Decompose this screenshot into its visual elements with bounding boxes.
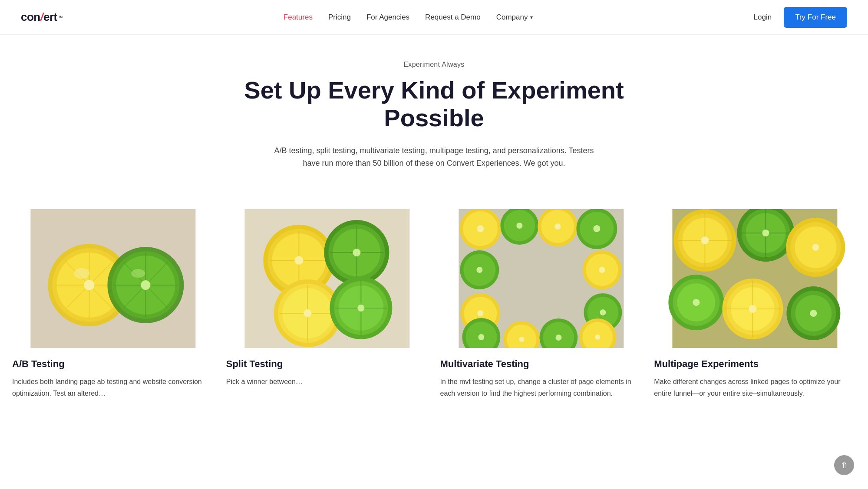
logo-text: con bbox=[21, 10, 40, 24]
svg-point-63 bbox=[599, 267, 605, 273]
hero-section: Experiment Always Set Up Every Kind of E… bbox=[0, 35, 868, 209]
hero-eyebrow: Experiment Always bbox=[21, 61, 847, 69]
login-link[interactable]: Login bbox=[754, 13, 772, 22]
svg-point-60 bbox=[476, 267, 482, 273]
svg-point-44 bbox=[357, 305, 364, 312]
nav-agencies[interactable]: For Agencies bbox=[366, 13, 409, 22]
svg-point-98 bbox=[812, 244, 819, 251]
card-title-multipage: Multipage Experiments bbox=[654, 358, 856, 370]
try-free-button[interactable]: Try For Free bbox=[784, 7, 847, 28]
svg-point-10 bbox=[74, 268, 89, 279]
card-ab-testing[interactable]: A/B Testing Includes both landing page a… bbox=[12, 209, 214, 399]
svg-point-94 bbox=[762, 230, 769, 236]
logo-tm: ™ bbox=[58, 15, 63, 20]
nav-company[interactable]: Company ▾ bbox=[496, 13, 533, 22]
svg-point-19 bbox=[131, 269, 145, 278]
svg-point-32 bbox=[353, 249, 360, 256]
svg-point-54 bbox=[554, 223, 561, 230]
card-split-testing[interactable]: Split Testing Pick a winner between… bbox=[226, 209, 428, 399]
nav-features[interactable]: Features bbox=[284, 13, 313, 22]
svg-point-66 bbox=[477, 310, 483, 316]
hero-title: Set Up Every Kind of Experiment Possible bbox=[239, 76, 630, 132]
card-image-mvt bbox=[440, 209, 642, 348]
card-image-multipage bbox=[654, 209, 856, 348]
nav-demo[interactable]: Request a Demo bbox=[425, 13, 481, 22]
svg-point-38 bbox=[304, 309, 311, 317]
card-image-split bbox=[226, 209, 428, 348]
svg-point-57 bbox=[593, 225, 600, 232]
svg-point-9 bbox=[84, 280, 94, 290]
svg-point-78 bbox=[555, 335, 561, 341]
card-desc-multipage: Make different changes across linked pag… bbox=[654, 376, 856, 399]
site-header: con / ert ™ Features Pricing For Agencie… bbox=[0, 0, 868, 35]
svg-point-72 bbox=[478, 334, 484, 340]
svg-point-18 bbox=[141, 280, 150, 290]
card-desc-ab: Includes both landing page ab testing an… bbox=[12, 376, 214, 399]
main-nav: Features Pricing For Agencies Request a … bbox=[284, 13, 533, 22]
card-desc-split: Pick a winner between… bbox=[226, 376, 428, 387]
svg-point-69 bbox=[600, 309, 606, 315]
card-multipage[interactable]: Multipage Experiments Make different cha… bbox=[654, 209, 856, 399]
chevron-down-icon: ▾ bbox=[530, 14, 533, 20]
hero-description: A/B testing, split testing, multivariate… bbox=[269, 144, 599, 170]
svg-point-108 bbox=[749, 305, 757, 313]
logo-slash-icon: / bbox=[40, 10, 43, 24]
cards-grid: A/B Testing Includes both landing page a… bbox=[0, 209, 868, 425]
card-title-ab: A/B Testing bbox=[12, 358, 214, 370]
logo[interactable]: con / ert ™ bbox=[21, 10, 63, 24]
card-title-mvt: Multivariate Testing bbox=[440, 358, 642, 370]
card-title-split: Split Testing bbox=[226, 358, 428, 370]
svg-point-112 bbox=[810, 310, 817, 317]
nav-pricing[interactable]: Pricing bbox=[328, 13, 351, 22]
card-mvt-testing[interactable]: Multivariate Testing In the mvt testing … bbox=[440, 209, 642, 399]
svg-point-51 bbox=[516, 223, 522, 229]
svg-point-48 bbox=[477, 225, 484, 232]
svg-point-102 bbox=[693, 299, 700, 306]
card-desc-mvt: In the mvt testing set up, change a clus… bbox=[440, 376, 642, 399]
svg-point-88 bbox=[701, 236, 709, 244]
svg-point-81 bbox=[595, 335, 600, 340]
svg-point-26 bbox=[294, 256, 303, 265]
svg-point-75 bbox=[519, 337, 524, 342]
logo-text2: ert bbox=[43, 10, 57, 24]
header-right: Login Try For Free bbox=[754, 7, 847, 28]
card-image-ab bbox=[12, 209, 214, 348]
